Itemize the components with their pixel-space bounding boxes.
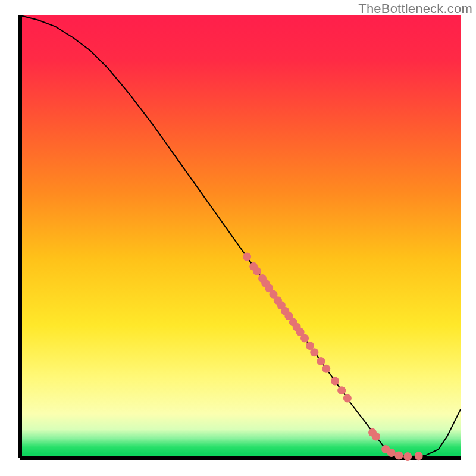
data-marker [253,267,261,275]
data-marker [394,452,403,460]
watermark-text: TheBottleneck.com [358,1,472,17]
bottleneck-chart [0,0,476,476]
data-marker [331,377,339,386]
plot-background [20,15,461,458]
data-marker [317,357,325,365]
data-marker [415,452,423,460]
data-marker [337,386,346,394]
data-marker [372,433,380,441]
data-marker [343,394,352,403]
data-marker [322,365,330,373]
data-marker [243,252,251,261]
data-marker [387,449,396,457]
data-marker [300,334,309,342]
chart-stage: TheBottleneck.com [0,0,476,476]
data-marker [310,348,318,356]
data-marker [403,452,412,461]
